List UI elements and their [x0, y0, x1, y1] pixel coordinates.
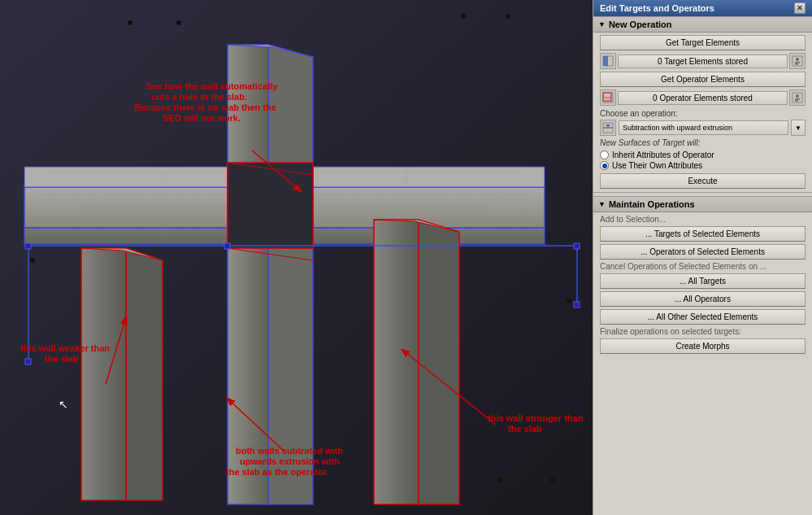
svg-marker-9 — [24, 187, 545, 228]
targets-of-selected-button[interactable]: ... Targets of Selected Elements — [600, 226, 805, 242]
operators-of-selected-button[interactable]: ... Operators of Selected Elements — [600, 244, 805, 260]
create-morphs-button[interactable]: Create Morphs — [600, 338, 805, 354]
svg-marker-21 — [228, 45, 313, 57]
svg-rect-37 — [574, 302, 580, 308]
radio-own[interactable]: Use Their Own Attributes — [600, 160, 805, 171]
svg-text:both walls subtrated with: both walls subtrated with — [236, 446, 343, 456]
operator-options-icon[interactable] — [789, 89, 805, 106]
svg-point-4 — [506, 14, 510, 19]
radio-inherit-label: Inherit Attributes of Operator — [612, 151, 714, 159]
cancel-operations-label: Cancel Operations of Selected Elements o… — [600, 262, 805, 271]
operation-dropdown-arrow[interactable]: ▼ — [791, 120, 805, 136]
new-operation-section-header: ▼ New Operation — [593, 16, 812, 33]
svg-point-6 — [497, 478, 502, 482]
all-targets-button[interactable]: ... All Targets — [600, 273, 805, 289]
maintain-operations-collapse-arrow[interactable]: ▼ — [598, 200, 606, 208]
maintain-operations-section-header: ▼ Maintain Operations — [593, 196, 812, 212]
svg-text:the slab as the operator: the slab as the operator — [226, 467, 328, 477]
radio-inherit[interactable]: Inherit Attributes of Operator — [600, 150, 805, 160]
svg-point-1 — [128, 20, 132, 25]
svg-marker-10 — [24, 167, 545, 187]
svg-rect-60 — [795, 63, 798, 65]
svg-marker-28 — [81, 248, 126, 500]
target-count-field: 0 Target Elements stored — [618, 55, 788, 68]
svg-text:this wall weaker than: this wall weaker than — [20, 343, 110, 353]
get-target-button[interactable]: Get Target Elements — [600, 35, 805, 50]
svg-text:this wall stronger than: this wall stronger than — [488, 413, 584, 423]
panel-title: Edit Targets and Operators — [600, 3, 714, 13]
svg-rect-36 — [25, 359, 31, 364]
operation-select[interactable]: Subtraction with upward extrusion — [619, 120, 788, 135]
svg-marker-29 — [126, 248, 163, 500]
operator-count-field: 0 Operator Elements stored — [618, 91, 788, 105]
operator-icon — [600, 89, 616, 106]
svg-point-65 — [796, 94, 799, 98]
choose-operation-label: Choose an operation: — [600, 109, 805, 118]
svg-marker-20 — [268, 45, 313, 504]
edit-targets-panel: Edit Targets and Operators ✕ ▼ New Opera… — [593, 0, 812, 515]
svg-text:the slab: the slab — [45, 354, 79, 364]
svg-text:Because there is no slab then : Because there is no slab then the — [134, 103, 276, 112]
svg-point-3 — [461, 14, 466, 19]
svg-rect-67 — [795, 100, 798, 102]
radio-own-label: Use Their Own Attributes — [612, 161, 702, 170]
svg-point-58 — [796, 58, 799, 61]
svg-rect-0 — [0, 0, 593, 515]
all-operators-button[interactable]: ... All Operators — [600, 291, 805, 307]
svg-line-41 — [402, 350, 496, 425]
svg-point-7 — [550, 478, 555, 482]
target-count-row: 0 Target Elements stored — [600, 53, 805, 69]
operator-count-row: 0 Operator Elements stored — [600, 89, 805, 106]
svg-rect-66 — [795, 98, 800, 100]
finalize-label: Finalize operations on selected targets: — [600, 327, 805, 336]
get-operator-button[interactable]: Get Operator Elements — [600, 72, 805, 87]
svg-line-42 — [228, 399, 284, 452]
panel-close-button[interactable]: ✕ — [794, 2, 805, 14]
svg-marker-30 — [81, 248, 163, 260]
svg-text:upwards extrusion with: upwards extrusion with — [240, 456, 340, 466]
svg-marker-25 — [374, 220, 419, 504]
svg-rect-56 — [603, 56, 608, 66]
svg-rect-22 — [228, 163, 313, 248]
target-options-icon[interactable] — [789, 53, 805, 69]
svg-marker-27 — [374, 220, 459, 232]
new-operation-label: New Operation — [609, 20, 672, 29]
svg-rect-38 — [224, 243, 230, 249]
radio-inherit-btn[interactable] — [600, 151, 609, 159]
svg-point-5 — [30, 258, 35, 263]
panel-titlebar: Edit Targets and Operators ✕ — [593, 0, 812, 16]
all-other-selected-button[interactable]: ... All Other Selected Elements — [600, 309, 805, 325]
radio-group-surfaces: Inherit Attributes of Operator Use Their… — [600, 150, 805, 171]
svg-marker-19 — [228, 45, 268, 504]
svg-point-8 — [567, 299, 571, 303]
svg-line-23 — [228, 163, 313, 175]
svg-line-24 — [228, 248, 313, 260]
svg-marker-26 — [419, 220, 459, 504]
svg-rect-34 — [25, 243, 31, 249]
target-icon — [600, 53, 616, 69]
svg-point-2 — [176, 20, 181, 25]
new-operation-collapse-arrow[interactable]: ▼ — [598, 20, 606, 28]
svg-marker-11 — [24, 228, 545, 244]
svg-text:the slab: the slab — [508, 424, 542, 434]
svg-line-40 — [106, 317, 126, 384]
operation-icon — [600, 120, 616, 136]
3d-viewport: See how the wall automatically cuts a ho… — [0, 0, 593, 515]
divider-1 — [593, 192, 812, 193]
svg-text:cuts a hole in the slab.: cuts a hole in the slab. — [151, 92, 247, 102]
svg-text:↖: ↖ — [59, 398, 68, 411]
svg-text:SEO will not work.: SEO will not work. — [163, 113, 241, 123]
svg-text:See how the wall automatically: See how the wall automatically — [146, 81, 278, 91]
add-to-selection-label: Add to Selection... — [600, 215, 805, 224]
operation-dropdown-row: Subtraction with upward extrusion ▼ — [600, 120, 805, 136]
svg-line-39 — [252, 151, 301, 191]
svg-rect-59 — [795, 62, 800, 63]
radio-own-btn[interactable] — [600, 161, 609, 170]
new-surfaces-label: New Surfaces of Target will: — [600, 138, 805, 147]
execute-button[interactable]: Execute — [600, 173, 805, 189]
svg-rect-35 — [574, 243, 580, 249]
maintain-operations-label: Maintain Operations — [609, 199, 695, 209]
